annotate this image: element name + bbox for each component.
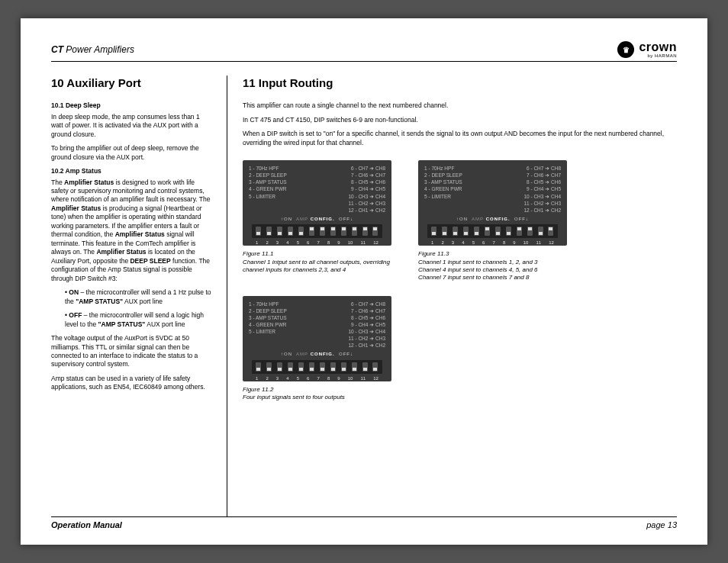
footer-right: page 13 [646, 520, 677, 529]
figure-11-3: 1 - 70Hz HPF2 - DEEP SLEEP3 - AMP STATUS… [418, 160, 571, 282]
crown-icon: ♛ [617, 41, 634, 58]
figure-caption: Figure 11.1 Channel 1 intput sent to all… [243, 250, 395, 274]
figure-caption: Figure 11.3 Channel 1 input sent to chan… [418, 250, 571, 282]
para: The voltage output of the AuxPort is 5VD… [51, 334, 211, 369]
product-prefix: CT [51, 44, 63, 55]
para: Amp status can be used in a variety of l… [51, 375, 211, 392]
section-10-2-title: 10.2 Amp Status [51, 167, 211, 175]
brand-name: crown [639, 41, 677, 53]
column-left: 10 Auxiliary Port 10.1 Deep Sleep In dee… [51, 76, 227, 516]
brand-logo: ♛ crown by HARMAN [617, 41, 677, 58]
footer-left: Operation Manual [51, 520, 122, 529]
figures-row-2: 1 - 70Hz HPF2 - DEEP SLEEP3 - AMP STATUS… [243, 296, 677, 402]
bullet-off: • OFF – the microcontroller will send a … [65, 311, 211, 329]
dip-switch-diagram: 1 - 70Hz HPF2 - DEEP SLEEP3 - AMP STATUS… [418, 160, 567, 246]
product-rest: Power Amplifiers [63, 44, 134, 55]
para: This amplifier can route a single channe… [243, 101, 677, 110]
para: When a DIP switch is set to "on" for a s… [243, 130, 677, 147]
bullet-on: • ON – the microcontroller will send a 1… [65, 288, 211, 306]
brand-text: crown by HARMAN [639, 41, 677, 58]
figure-11-1: 1 - 70Hz HPF2 - DEEP SLEEP3 - AMP STATUS… [243, 160, 395, 282]
bullet-list: • ON – the microcontroller will send a 1… [65, 288, 211, 329]
para: In deep sleep mode, the amp consumes les… [51, 113, 211, 139]
page-header: CT Power Amplifiers ♛ crown by HARMAN [51, 41, 677, 62]
column-right: 11 Input Routing This amplifier can rout… [227, 76, 677, 516]
section-10-1-title: 10.1 Deep Sleep [51, 101, 211, 110]
figures-row-1: 1 - 70Hz HPF2 - DEEP SLEEP3 - AMP STATUS… [243, 160, 677, 282]
dip-switch-diagram: 1 - 70Hz HPF2 - DEEP SLEEP3 - AMP STATUS… [243, 160, 391, 246]
para: To bring the amplifier out of deep sleep… [51, 144, 211, 162]
para: In CT 475 and CT 4150, DIP switches 6-9 … [243, 116, 677, 124]
brand-sub: by HARMAN [639, 53, 677, 58]
section-11-title: 11 Input Routing [243, 76, 677, 91]
dip-switch-diagram: 1 - 70Hz HPF2 - DEEP SLEEP3 - AMP STATUS… [243, 296, 391, 381]
page-footer: Operation Manual page 13 [51, 516, 677, 529]
figure-11-2: 1 - 70Hz HPF2 - DEEP SLEEP3 - AMP STATUS… [243, 296, 395, 402]
document-page: CT Power Amplifiers ♛ crown by HARMAN 10… [21, 18, 707, 545]
header-product: CT Power Amplifiers [51, 44, 134, 55]
figure-caption: Figure 11.2 Four input signals sent to f… [243, 386, 395, 402]
para: The Amplifier Status is designed to work… [51, 179, 211, 284]
section-10-title: 10 Auxiliary Port [51, 76, 211, 91]
page-content: 10 Auxiliary Port 10.1 Deep Sleep In dee… [51, 76, 677, 516]
